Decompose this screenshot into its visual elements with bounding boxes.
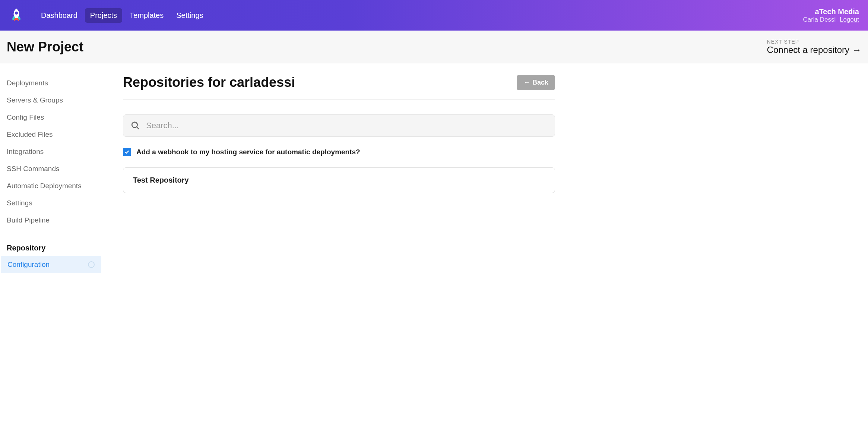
subheader: New Project NEXT STEP Connect a reposito… <box>0 31 868 63</box>
sidebar-item-automatic-deployments[interactable]: Automatic Deployments <box>0 177 102 195</box>
svg-point-0 <box>15 12 18 15</box>
topbar-account: aTech Media Carla Dessi Logout <box>803 7 859 23</box>
sidebar-heading-repository: Repository <box>0 229 102 256</box>
nav-settings[interactable]: Settings <box>171 8 208 23</box>
sidebar-item-servers-groups[interactable]: Servers & Groups <box>0 92 102 109</box>
back-button-label: Back <box>532 79 548 86</box>
arrow-right-icon: → <box>852 45 861 55</box>
repo-item[interactable]: Test Repository <box>123 167 555 193</box>
webhook-checkbox[interactable] <box>123 148 131 156</box>
sidebar-item-ssh-commands[interactable]: SSH Commands <box>0 160 102 177</box>
svg-point-1 <box>132 122 137 128</box>
next-step-block: NEXT STEP Connect a repository → <box>767 39 861 55</box>
sidebar-item-integrations[interactable]: Integrations <box>0 143 102 160</box>
topbar: Dashboard Projects Templates Settings aT… <box>0 0 868 31</box>
sidebar-item-deployments[interactable]: Deployments <box>0 75 102 92</box>
search-icon <box>131 121 140 130</box>
next-step-label: NEXT STEP <box>767 39 861 45</box>
webhook-checkbox-label: Add a webhook to my hosting service for … <box>136 148 360 156</box>
sidebar-item-build-pipeline[interactable]: Build Pipeline <box>0 212 102 229</box>
sidebar: Deployments Servers & Groups Config File… <box>0 63 102 273</box>
check-icon <box>124 149 130 155</box>
sidebar-item-label: Configuration <box>7 261 50 269</box>
back-button[interactable]: ← Back <box>517 75 555 90</box>
page-title: New Project <box>7 39 83 55</box>
sidebar-item-excluded-files[interactable]: Excluded Files <box>0 126 102 143</box>
sidebar-item-settings[interactable]: Settings <box>0 195 102 212</box>
sidebar-item-config-files[interactable]: Config Files <box>0 109 102 126</box>
next-step-link[interactable]: Connect a repository → <box>767 45 861 55</box>
user-name: Carla Dessi <box>803 16 836 23</box>
next-step-text: Connect a repository <box>767 45 849 55</box>
sidebar-item-configuration[interactable]: Configuration <box>1 256 101 273</box>
org-name: aTech Media <box>803 7 859 16</box>
main-nav: Dashboard Projects Templates Settings <box>36 8 209 23</box>
svg-line-2 <box>137 127 139 129</box>
nav-templates[interactable]: Templates <box>124 8 169 23</box>
nav-dashboard[interactable]: Dashboard <box>36 8 83 23</box>
nav-projects[interactable]: Projects <box>85 8 122 23</box>
search-box[interactable] <box>123 114 555 137</box>
search-input[interactable] <box>146 121 547 130</box>
main-title: Repositories for carladessi <box>123 75 295 90</box>
main-content: Repositories for carladessi ← Back Add a… <box>102 63 563 273</box>
spinner-icon <box>88 261 95 268</box>
arrow-left-icon: ← <box>523 79 530 86</box>
webhook-checkbox-row: Add a webhook to my hosting service for … <box>123 148 555 156</box>
logout-link[interactable]: Logout <box>840 16 859 23</box>
logo-icon <box>9 8 24 23</box>
